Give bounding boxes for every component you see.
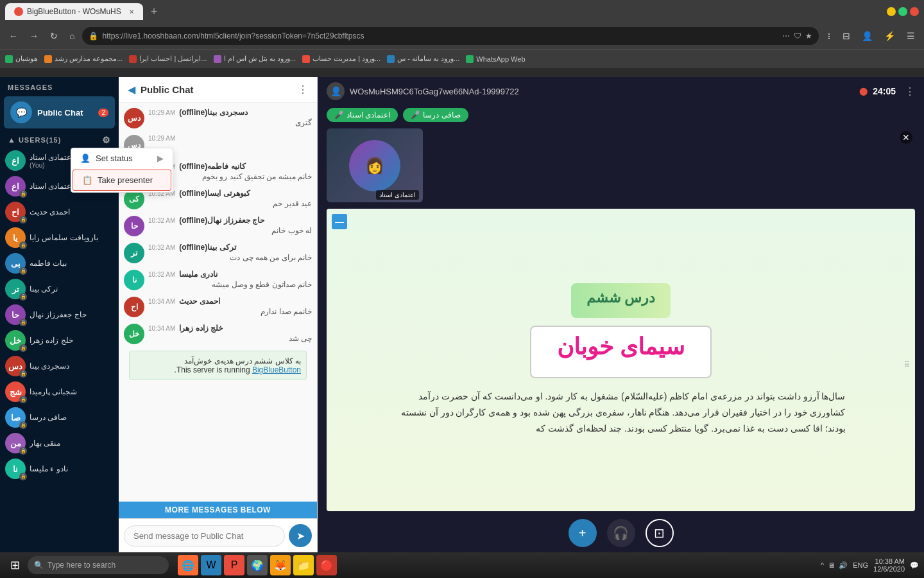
bookmark-account[interactable]: ورود | مدیریت حساب... (302, 55, 381, 63)
chat-message: تر ترکی بینا(offline) 10:32 AM خانم برای… (124, 243, 312, 263)
back-button[interactable]: ← (5, 28, 22, 44)
taskbar-app-firefox[interactable]: 🦊 (270, 555, 291, 575)
user-item-11[interactable]: صا 🔒 صافی درسا (0, 405, 119, 430)
user-header-icon: 👤 (327, 82, 345, 100)
msg-name: ترکی بینا(offline) (179, 243, 235, 252)
notification-icon[interactable]: 💬 (910, 561, 919, 570)
chat-input[interactable] (124, 525, 285, 547)
msg-time: 10:32 AM (148, 271, 175, 278)
msg-text: گتری (148, 118, 312, 127)
chat-notification: به کلاس ششم درس هدیه‌ی خوش‌آمد This serv… (129, 351, 307, 380)
lock-icon: 🔒 (19, 319, 27, 326)
maximize-button[interactable] (898, 7, 907, 16)
gear-icon[interactable]: ⚙ (102, 135, 111, 145)
user-avatar: بی 🔒 (5, 253, 26, 274)
taskbar-app-redapp[interactable]: 🔴 (316, 555, 337, 575)
chat-header: ◀ Public Chat ⋮ (119, 77, 317, 103)
bookmark-hooshban[interactable]: هوشبان (5, 55, 38, 63)
slide-content: درس ششم سیمای خوبان سال‌ها آرزو داشت بتو… (327, 209, 915, 511)
user-item-5[interactable]: بی 🔒 بیات فاطمه (0, 250, 119, 276)
volume-icon: 🔊 (839, 561, 848, 570)
lock-icon: 🔒 (19, 190, 27, 198)
take-presenter-menu-item[interactable]: 📋 Take presenter (73, 170, 171, 191)
nav-bar: ← → ↻ ⌂ 🔒 https://live1.hooshbaan.com/ht… (0, 23, 924, 49)
taskbar-app-browser[interactable]: 🌍 (247, 555, 268, 575)
user-item-9[interactable]: دس 🔒 دسجردی بینا (0, 353, 119, 379)
bookmark-irancel[interactable]: ایرانسل | احساب ایرا... (129, 55, 207, 63)
bookmark-system[interactable]: ورود به سامانه - س... (387, 55, 459, 63)
chat-options-button[interactable]: ⋮ (298, 83, 308, 96)
taskbar-app-files[interactable]: 📁 (293, 555, 314, 575)
user-item-3[interactable]: اح 🔒 احمدی حدیث (0, 199, 119, 225)
msg-content: کبوهرتی ایسا(offline) 10:32 AM عید قدیر … (148, 189, 312, 208)
taskbar-app-word[interactable]: W (201, 555, 221, 575)
tab-close-icon[interactable]: ✕ (129, 8, 134, 15)
taskbar-search[interactable]: 🔍 Type here to search (28, 556, 169, 574)
bookmark-schools[interactable]: مجموعه مدارس رشد... (44, 55, 123, 63)
forward-button[interactable]: → (26, 28, 42, 44)
address-icons: ⋯ 🛡 ★ (782, 31, 812, 40)
more-messages-bar[interactable]: MORE MESSAGES BELOW (119, 502, 317, 518)
set-status-menu-item[interactable]: 👤 Set status ▶ (71, 148, 173, 168)
taskbar-app-ppt[interactable]: P (224, 555, 244, 575)
main-layout: MESSAGES 💬 Public Chat 2 ▲ USERS (15) ⚙ … (0, 77, 924, 552)
msg-name: احمدی حدیث (179, 297, 219, 306)
notification-text: به کلاس ششم درس هدیه‌ی خوش‌آمد (184, 356, 301, 365)
add-button[interactable]: + (569, 519, 597, 547)
user-item-12[interactable]: من 🔒 منقی بهار (0, 430, 119, 456)
slide-text: سال‌ها آرزو داشت بتواند در مزرعه‌ی امام … (397, 389, 846, 437)
bookmark-whatsapp[interactable]: WhatsApp Web (466, 55, 525, 63)
shield-icon: 🛡 (794, 31, 801, 40)
bbb-link[interactable]: BigBlueButton (252, 365, 301, 374)
close-button[interactable] (910, 7, 919, 16)
user-item-8[interactable]: خل 🔒 خلج زاده زهرا (0, 328, 119, 353)
home-button[interactable]: ⌂ (65, 28, 78, 44)
minimize-button[interactable] (887, 7, 896, 16)
new-tab-button[interactable]: + (146, 4, 163, 20)
search-icon: 🔍 (34, 561, 44, 570)
more-messages-label: MORE MESSAGES BELOW (165, 505, 271, 514)
msg-header: حاج جعفرزاز نهال(offline) 10:32 AM (148, 216, 312, 225)
lock-icon: 🔒 (19, 267, 27, 275)
header-options-button[interactable]: ⋮ (905, 85, 915, 98)
user-item-13[interactable]: نا 🔒 نادو ء ملیسا (0, 456, 119, 482)
profile-icon[interactable]: 👤 (858, 28, 877, 44)
user-item-10[interactable]: شج 🔒 شجبانی پارمیدا (0, 379, 119, 405)
minimize-presentation-button[interactable]: — (332, 214, 347, 229)
msg-name: کانیه فاطمه(offline) (179, 162, 245, 171)
browser-tab[interactable]: BigBlueButton - WOsMuHS ✕ (5, 3, 143, 20)
msg-name: خلج زاده زهرا (179, 324, 223, 333)
reload-button[interactable]: ↻ (46, 28, 62, 44)
bookmark-label: هوشبان (15, 55, 38, 63)
msg-content: نادری ملیسا 10:32 AM خانم صداتون قطع و و… (148, 270, 312, 289)
collections-icon[interactable]: ⫶ (823, 28, 835, 44)
lock-icon: 🔒 (19, 216, 27, 223)
chat-back-button[interactable]: ◀ (128, 83, 135, 96)
network-icon: 🖥 (828, 561, 835, 569)
start-button[interactable]: ⊞ (5, 556, 25, 575)
bookmark-label: ایرانسل | احساب ایرا... (139, 55, 207, 63)
screen-share-button[interactable]: ⊡ (646, 519, 674, 547)
menu-button[interactable]: ☰ (903, 28, 919, 44)
user-item-4[interactable]: یا 🔒 بارویافت سلماس رایا (0, 225, 119, 250)
user-item-7[interactable]: حا 🔒 حاج جعفرزاز نهال (0, 302, 119, 328)
user-item-6[interactable]: تر 🔒 ترکی بینا (0, 276, 119, 302)
drag-handle[interactable]: ⠿ (904, 360, 910, 369)
video-close-button[interactable]: ✕ (900, 131, 912, 144)
headphone-button[interactable]: 🎧 (607, 519, 635, 547)
extensions-icon[interactable]: ⚡ (880, 28, 899, 44)
lock-icon: 🔒 (19, 473, 27, 480)
address-bar[interactable]: 🔒 https://live1.hooshbaan.com/html5clien… (82, 27, 819, 45)
browser-chrome: BigBlueButton - WOsMuHS ✕ + ← → ↻ ⌂ 🔒 ht… (0, 0, 924, 77)
users-header: ▲ USERS (15) ⚙ (0, 130, 119, 148)
send-button[interactable]: ➤ (289, 524, 312, 547)
bookmark-bts[interactable]: ورود به بتل ش اس ام ا... (214, 55, 296, 63)
reading-view-icon[interactable]: ⊟ (839, 28, 854, 44)
collapse-users-icon[interactable]: ▲ (8, 136, 16, 144)
video-thumbnail: 👩 اعتمادی استاد (327, 128, 423, 202)
title-bar: BigBlueButton - WOsMuHS ✕ + (0, 0, 924, 23)
public-chat-item[interactable]: 💬 Public Chat 2 (4, 96, 115, 128)
msg-name: حاج جعفرزاز نهال(offline) (179, 216, 264, 225)
msg-name: نادری ملیسا (179, 270, 217, 279)
taskbar-app-edge[interactable]: 🌐 (178, 555, 198, 575)
